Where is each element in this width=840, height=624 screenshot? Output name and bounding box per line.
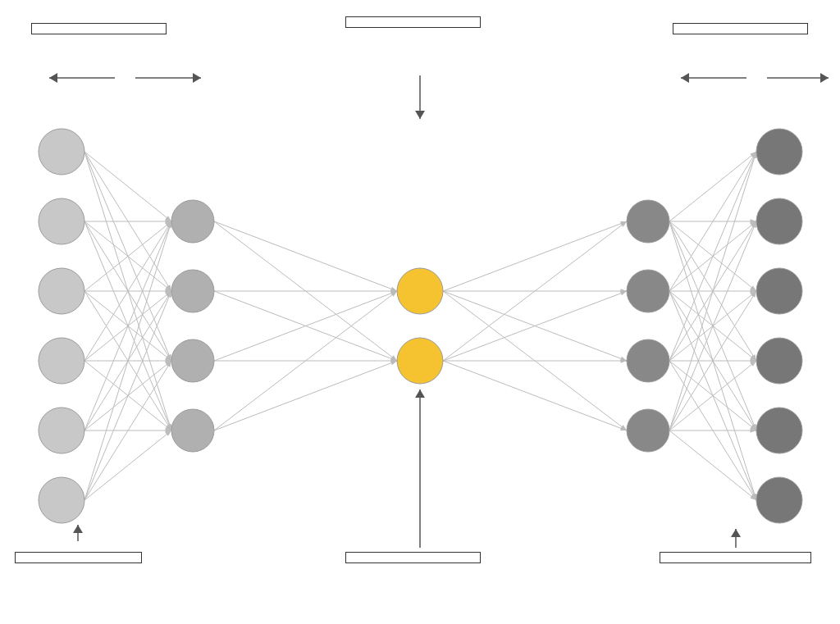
input-data-label	[15, 552, 142, 563]
encoder-label	[31, 23, 167, 34]
decoder-label	[673, 23, 808, 34]
encoded-data-label	[345, 552, 481, 563]
reconstructed-data-label	[660, 552, 811, 563]
latent-space-label	[345, 16, 481, 28]
